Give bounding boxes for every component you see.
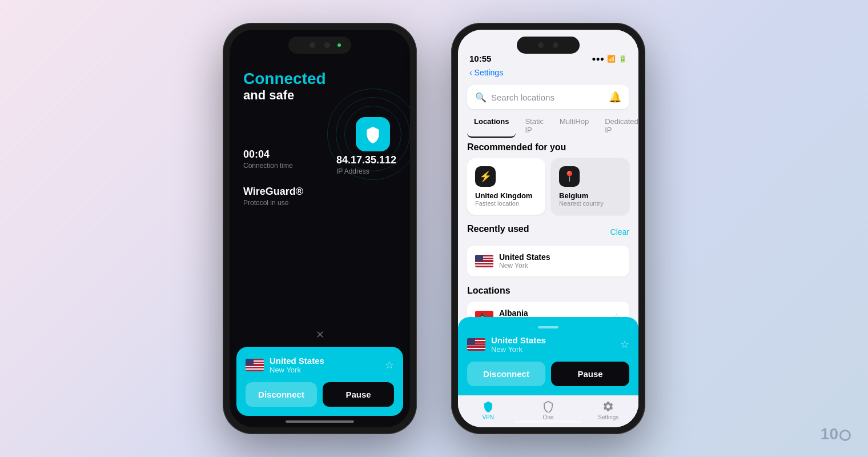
locations-title: Locations: [467, 286, 629, 296]
sticky-favorite-icon[interactable]: ☆: [620, 338, 629, 351]
green-indicator-left: [337, 43, 341, 47]
bell-icon[interactable]: 🔔: [609, 91, 621, 103]
search-icon: 🔍: [475, 92, 487, 103]
clear-button[interactable]: Clear: [610, 227, 629, 236]
home-indicator-right: [514, 420, 582, 423]
rec-card-belgium-label: Nearest country: [559, 200, 621, 207]
back-button[interactable]: ‹ Settings: [469, 68, 503, 77]
ip-address-stat: 84.17.35.112 IP Address: [336, 154, 396, 175]
recommended-title: Recommended for you: [467, 142, 629, 153]
vpn-center: 00:04 Connection time 84.17.35.112 IP Ad…: [230, 103, 410, 325]
wifi-icon: 📶: [607, 55, 616, 63]
signal-icon: ●●●: [592, 55, 604, 63]
close-button[interactable]: ✕: [230, 325, 410, 347]
camera-left: [310, 42, 315, 48]
status-time: 10:55: [469, 54, 491, 63]
ip-address-label: IP Address: [336, 167, 396, 175]
panel-location-row: United States New York ☆: [246, 356, 394, 374]
recommended-cards: ⚡ United Kingdom Fastest location 📍 Belg…: [467, 158, 629, 215]
tab-dedicated-ip[interactable]: Dedicated IP: [598, 114, 638, 138]
sticky-location-panel: United States New York ☆ Disconnect Paus…: [458, 317, 638, 395]
albania-name: Albania: [499, 308, 528, 318]
locations-screen: 10:55 ●●● 📶 🔋 ‹ Settings 🔍 Search locati…: [458, 30, 638, 427]
us-flag-icon: [246, 359, 264, 371]
camera-right: [538, 42, 544, 48]
speaker-left: [324, 42, 330, 48]
settings-gear-icon: [602, 400, 614, 412]
favorite-star-icon[interactable]: ☆: [385, 359, 394, 371]
dynamic-island-right: [517, 37, 580, 54]
rec-card-uk[interactable]: ⚡ United Kingdom Fastest location: [467, 158, 545, 215]
shield-container: [347, 109, 399, 160]
rec-card-belgium[interactable]: 📍 Belgium Nearest country: [551, 158, 629, 215]
recently-header: Recently used Clear: [467, 224, 629, 240]
tab-bar-vpn-label: VPN: [482, 414, 494, 420]
tab-bar-settings[interactable]: Settings: [578, 400, 638, 420]
ip-address-value: 84.17.35.112: [336, 154, 396, 166]
panel-buttons: Disconnect Pause: [246, 382, 394, 407]
tab-bar-one[interactable]: One: [518, 400, 578, 420]
vpn-shield-icon: [482, 400, 495, 412]
search-placeholder: Search locations: [491, 93, 604, 102]
tabs-row: Locations Static IP MultiHop Dedicated I…: [458, 114, 638, 138]
left-phone: Connected and safe: [223, 23, 417, 434]
drag-handle: [538, 326, 558, 328]
sticky-pause-button[interactable]: Pause: [551, 362, 629, 386]
right-phone-screen: 10:55 ●●● 📶 🔋 ‹ Settings 🔍 Search locati…: [458, 30, 638, 427]
sticky-city: New York: [491, 345, 546, 354]
shield-button[interactable]: [356, 117, 390, 151]
sticky-buttons: Disconnect Pause: [467, 362, 629, 386]
search-bar[interactable]: 🔍 Search locations 🔔: [467, 85, 629, 109]
pause-button[interactable]: Pause: [323, 382, 394, 407]
protocol-value: WireGuard®: [243, 186, 396, 198]
rec-card-belgium-name: Belgium: [559, 191, 621, 200]
watermark: 10: [821, 425, 851, 443]
location-text: United States New York: [270, 356, 324, 374]
recently-us-text: United States New York: [499, 252, 550, 270]
protocol-label: Protocol in use: [243, 199, 396, 207]
recently-us-flag: [475, 255, 493, 267]
connected-panel: United States New York ☆ Disconnect Paus…: [236, 347, 403, 416]
tab-bar-settings-label: Settings: [598, 414, 618, 420]
home-indicator-left: [286, 420, 354, 423]
one-shield-icon: [542, 400, 554, 412]
tab-multihop[interactable]: MultiHop: [553, 114, 596, 138]
shield-icon: [364, 125, 382, 143]
speaker-right: [553, 42, 558, 48]
status-icons: ●●● 📶 🔋: [592, 55, 627, 63]
phones-container: Connected and safe: [223, 23, 645, 434]
location-city: New York: [270, 366, 324, 374]
rec-card-uk-icon: ⚡: [475, 166, 496, 187]
recommended-section: Recommended for you ⚡ United Kingdom Fas…: [458, 142, 638, 215]
protocol-stat: WireGuard® Protocol in use: [243, 186, 396, 207]
tab-bar-vpn[interactable]: VPN: [458, 400, 518, 420]
recently-us-name: United States: [499, 252, 550, 262]
left-phone-screen: Connected and safe: [230, 30, 410, 427]
tab-bar-one-label: One: [543, 414, 554, 420]
disconnect-button[interactable]: Disconnect: [246, 382, 317, 407]
sticky-location-text: United States New York: [491, 335, 546, 354]
rec-card-uk-label: Fastest location: [475, 200, 537, 207]
sticky-country: United States: [491, 335, 546, 345]
rec-card-belgium-icon: 📍: [559, 166, 580, 187]
sticky-disconnect-button[interactable]: Disconnect: [467, 362, 545, 386]
connected-title: Connected: [243, 70, 396, 88]
rec-card-uk-name: United Kingdom: [475, 191, 537, 200]
location-country: United States: [270, 356, 324, 366]
vpn-screen: Connected and safe: [230, 30, 410, 427]
sticky-location-row: United States New York ☆: [467, 335, 629, 354]
back-nav: ‹ Settings: [458, 67, 638, 81]
tab-locations[interactable]: Locations: [467, 114, 516, 138]
right-phone: 10:55 ●●● 📶 🔋 ‹ Settings 🔍 Search locati…: [451, 23, 645, 434]
recently-title: Recently used: [467, 224, 529, 234]
battery-icon: 🔋: [618, 55, 627, 63]
recently-us-city: New York: [499, 262, 550, 270]
recently-us-row[interactable]: United States New York: [467, 246, 629, 276]
recently-used-section: Recently used Clear United States New Yo…: [458, 224, 638, 276]
tab-static-ip[interactable]: Static IP: [518, 114, 550, 138]
content-area: Recommended for you ⚡ United Kingdom Fas…: [458, 142, 638, 427]
dynamic-island-left: [288, 37, 351, 54]
sticky-us-flag: [467, 338, 485, 351]
